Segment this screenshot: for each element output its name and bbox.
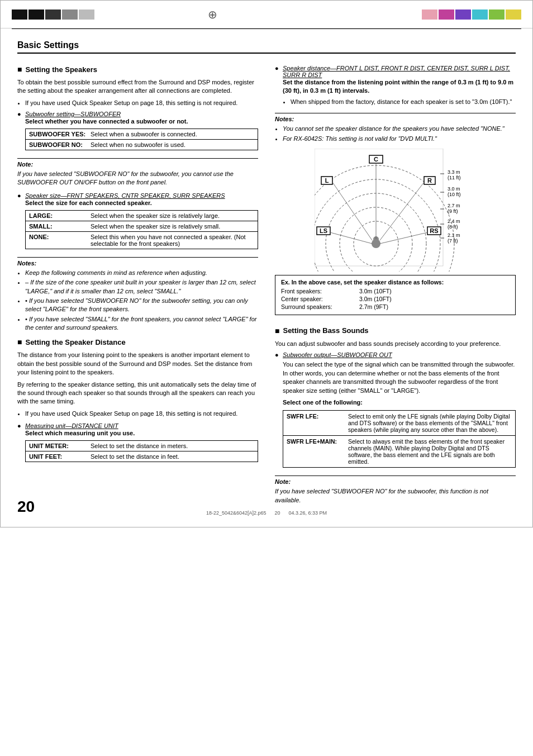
speaker-dist-note-list: You cannot set the speaker distance for … <box>283 125 516 143</box>
measuring-unit-item: ● Measuring unit—DISTANCE UNIT Select wh… <box>17 422 258 466</box>
example-title: Ex. In the above case, set the speaker d… <box>281 279 510 286</box>
speaker-dist-heading: Speaker distance—FRONT L DIST, FRONT R D… <box>283 65 510 78</box>
option-row-no: SUBWOOFER NO: Select when no subwoofer i… <box>26 140 258 150</box>
option-label-small: SMALL: <box>29 223 91 230</box>
speaker-size-heading: Speaker size—FRNT SPEAKERS, CNTR SPEAKER… <box>25 192 225 199</box>
svg-text:(9 ft): (9 ft) <box>448 208 458 214</box>
bass-intro: You can adjust subwoofer and bass sounds… <box>275 340 516 348</box>
svg-text:2.7 m: 2.7 m <box>448 203 460 208</box>
svg-text:L: L <box>325 177 329 184</box>
example-key-front: Front speakers: <box>281 288 354 294</box>
speakers-bullet1: If you have used Quick Speaker Setup on … <box>25 99 258 107</box>
subwoofer-output-text: You can select the type of the signal wh… <box>283 360 516 395</box>
svg-text:RS: RS <box>430 227 438 234</box>
speaker-size-notes: Notes: Keep the following comments in mi… <box>17 257 258 332</box>
speakers-bullets: If you have used Quick Speaker Setup on … <box>25 99 258 107</box>
note-item-4: • If you have selected "SMALL" for the f… <box>25 315 258 332</box>
dist-note-2: For RX-6042S: This setting is not valid … <box>283 135 516 143</box>
subwoofer-output-content: Subwoofer output—SUBWOOFER OUT You can s… <box>283 351 516 472</box>
color-blocks-left <box>12 9 94 20</box>
speaker-distance-example: Ex. In the above case, set the speaker d… <box>275 275 516 315</box>
note-item-1: Keep the following comments in mind as r… <box>25 269 258 277</box>
speaker-size-content: Speaker size—FRNT SPEAKERS, CNTR SPEAKER… <box>25 192 258 253</box>
example-val-front: 3.0m (10FT) <box>359 288 392 294</box>
option-desc-large: Select when the speaker size is relative… <box>91 212 254 219</box>
distance-bullets: If you have used Quick Speaker Setup on … <box>25 410 258 418</box>
distance-intro1: The distance from your listening point t… <box>17 351 258 377</box>
bass-sounds-heading: Setting the Bass Sounds <box>275 326 516 335</box>
bass-note: Note: If you have selected "SUBWOOFER NO… <box>275 476 516 505</box>
color-block-r5 <box>489 9 505 20</box>
subwoofer-note: Note: If you have selected "SUBWOOFER NO… <box>17 158 258 187</box>
subwoofer-subheading: Select whether you have connected a subw… <box>25 117 258 126</box>
speaker-diagram: C L R LS RS <box>275 149 516 315</box>
color-block-r4 <box>472 9 488 20</box>
note-item-2: – If the size of the cone speaker unit b… <box>25 278 258 296</box>
speaker-size-subheading: Select the size for each connected speak… <box>25 199 258 207</box>
footer-file: 18-22_5042&6042[A]2.p65 <box>206 510 266 516</box>
swfr-row-lfe: SWFR LFE: Select to emit only the LFE si… <box>283 411 515 436</box>
bullet-dot5: ● <box>275 351 283 472</box>
color-block-5 <box>79 9 94 20</box>
svg-text:C: C <box>374 156 378 163</box>
subwoofer-heading: Subwoofer setting—SUBWOOFER <box>25 111 121 117</box>
page-title: Basic Settings <box>17 40 516 54</box>
bullet-dot: ● <box>17 111 25 154</box>
color-block-3 <box>45 9 61 20</box>
color-block-r6 <box>506 9 521 20</box>
measuring-heading: Measuring unit—DISTANCE UNIT <box>25 422 118 429</box>
example-row-front: Front speakers: 3.0m (10FT) <box>281 288 510 294</box>
left-column: Setting the Speakers To obtain the best … <box>17 65 258 510</box>
measuring-row-feet: UNIT FEET: Select to set the distance in… <box>26 451 258 462</box>
speakers-intro: To obtain the best possible surround eff… <box>17 78 258 96</box>
color-blocks-right <box>422 9 521 20</box>
page-wrapper: ⊕ Basic Settings Setting the Speakers To… <box>0 0 533 527</box>
svg-text:(10 ft): (10 ft) <box>448 192 461 197</box>
svg-text:(11 ft): (11 ft) <box>448 175 461 180</box>
speaker-dist-notes: Notes: You cannot set the speaker distan… <box>275 113 516 143</box>
speaker-size-row-large: LARGE: Select when the speaker size is r… <box>26 211 258 221</box>
svg-text:3.0 m: 3.0 m <box>448 186 460 192</box>
measuring-row-meter: UNIT METER: Select to set the distance i… <box>26 441 258 451</box>
swfr-desc-main: Select to always emit the bass elements … <box>348 438 512 465</box>
right-column: ● Speaker distance—FRONT L DIST, FRONT R… <box>275 65 516 510</box>
example-row-surround: Surround speakers: 2.7m (9FT) <box>281 303 510 310</box>
speaker-dist-subheading: Set the distance from the listening poin… <box>283 78 516 96</box>
example-val-surround: 2.7m (9FT) <box>359 303 388 310</box>
subwoofer-setting-item: ● Subwoofer setting—SUBWOOFER Select whe… <box>17 111 258 154</box>
measuring-label-feet: UNIT FEET: <box>29 453 91 460</box>
swfr-desc-lfe: Select to emit only the LFE signals (whi… <box>348 413 512 433</box>
speaker-diagram-svg: C L R LS RS <box>315 149 477 272</box>
subwoofer-options-table: SUBWOOFER YES: Select when a subwoofer i… <box>25 129 258 150</box>
color-block-4 <box>62 9 78 20</box>
footer-date: 04.3.26, 6:33 PM <box>289 510 327 516</box>
speaker-dist-content: Speaker distance—FRONT L DIST, FRONT R D… <box>283 65 516 110</box>
speaker-dist-notes-title: Notes: <box>275 116 516 122</box>
dist-note-1: You cannot set the speaker distance for … <box>283 125 516 133</box>
speaker-size-note-list: Keep the following comments in mind as r… <box>25 269 258 332</box>
svg-text:(8 ft): (8 ft) <box>448 224 458 230</box>
option-desc-small: Select when the speaker size is relative… <box>91 223 254 230</box>
option-desc-yes: Select when a subwoofer is connected. <box>91 131 254 137</box>
color-block-r2 <box>439 9 454 20</box>
footer-info: 18-22_5042&6042[A]2.p65 20 04.3.26, 6:33… <box>206 510 327 516</box>
speaker-size-row-none: NONE: Select this when you have not conn… <box>26 232 258 249</box>
note-item-3: • If you have selected "SUBWOOFER NO" fo… <box>25 297 258 314</box>
header-bar: ⊕ <box>1 1 532 28</box>
subwoofer-note-title: Note: <box>17 161 258 168</box>
speaker-dist-item: ● Speaker distance—FRONT L DIST, FRONT R… <box>275 65 516 110</box>
subwoofer-output-item: ● Subwoofer output—SUBWOOFER OUT You can… <box>275 351 516 472</box>
crosshair-center: ⊕ <box>208 8 217 21</box>
page-content: Basic Settings Setting the Speakers To o… <box>1 29 532 527</box>
swfr-label-lfe: SWFR LFE: <box>287 413 348 433</box>
bass-note-title: Note: <box>275 478 516 485</box>
option-label-none: NONE: <box>29 234 91 247</box>
option-desc-none: Select this when you have not connected … <box>91 234 254 247</box>
bullet-dot4: ● <box>275 65 283 110</box>
measuring-desc-meter: Select to set the distance in meters. <box>91 443 254 449</box>
example-row-center: Center speaker: 3.0m (10FT) <box>281 296 510 302</box>
svg-text:LS: LS <box>319 227 327 234</box>
color-block-1 <box>12 9 27 20</box>
measuring-subheading: Select which measuring unit you use. <box>25 429 258 438</box>
speaker-size-row-small: SMALL: Select when the speaker size is r… <box>26 221 258 232</box>
